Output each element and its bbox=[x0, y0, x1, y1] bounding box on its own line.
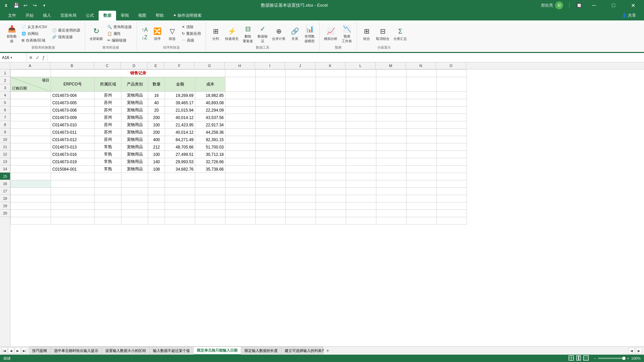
row-8[interactable]: 8 bbox=[0, 121, 10, 128]
cell-L12[interactable] bbox=[346, 158, 376, 166]
cell-I9[interactable] bbox=[256, 136, 286, 143]
cell-L9[interactable] bbox=[346, 136, 376, 143]
row-4[interactable]: 4 bbox=[0, 92, 10, 99]
row-9[interactable]: 9 bbox=[0, 128, 10, 136]
sheet-tab-date-only[interactable]: 限定单元格只能输入日期 bbox=[194, 347, 241, 355]
minimize-button[interactable]: ─ bbox=[586, 0, 602, 11]
cell-G8[interactable]: 44,258.36 bbox=[195, 129, 225, 136]
cell-H4[interactable] bbox=[225, 99, 256, 107]
sort-desc-button[interactable]: ↓Z bbox=[140, 34, 150, 41]
cell-I15[interactable] bbox=[256, 180, 286, 188]
cell-O8[interactable] bbox=[437, 129, 467, 136]
cell-G9[interactable]: 92,391.15 bbox=[195, 136, 225, 143]
cell-G15[interactable] bbox=[195, 180, 225, 188]
cell-E16[interactable] bbox=[148, 188, 165, 195]
cell-L1[interactable] bbox=[346, 70, 376, 77]
cell-N5[interactable] bbox=[407, 107, 437, 114]
sheet-nav-first[interactable]: |◀ bbox=[1, 348, 7, 354]
cell-D3[interactable]: 宠物用品 bbox=[121, 92, 148, 99]
cell-B13[interactable]: C015084-001 bbox=[51, 166, 95, 173]
cell-F9[interactable]: 84,271.49 bbox=[165, 136, 195, 143]
cell-A19[interactable] bbox=[11, 210, 51, 217]
cell-C8[interactable]: 苏州 bbox=[95, 129, 121, 136]
cell-B18[interactable] bbox=[51, 202, 95, 210]
cell-D15[interactable] bbox=[121, 180, 148, 188]
cell-J19[interactable] bbox=[286, 210, 316, 217]
cell-B4[interactable]: C014673-005 bbox=[51, 99, 95, 107]
cell-A12[interactable] bbox=[11, 158, 51, 166]
cell-F16[interactable] bbox=[165, 188, 195, 195]
cell-B19[interactable] bbox=[51, 210, 95, 217]
cell-J11[interactable] bbox=[286, 151, 316, 158]
cell-O1[interactable] bbox=[437, 70, 467, 77]
cell-G18[interactable] bbox=[195, 202, 225, 210]
cell-C16[interactable] bbox=[95, 188, 121, 195]
cell-A14[interactable] bbox=[11, 173, 51, 180]
cell-I4[interactable] bbox=[256, 99, 286, 107]
filter-button[interactable]: ▽ 筛选 bbox=[165, 25, 179, 42]
cell-C15[interactable] bbox=[95, 180, 121, 188]
cell-C19[interactable] bbox=[95, 210, 121, 217]
tab-data[interactable]: 数据 bbox=[99, 11, 116, 20]
cell-J14[interactable] bbox=[286, 173, 316, 180]
cell-C9[interactable]: 苏州 bbox=[95, 136, 121, 143]
cell-M3[interactable] bbox=[376, 92, 407, 99]
row-21[interactable]: 20 bbox=[0, 209, 10, 217]
flash-fill-button[interactable]: ⚡ 快速填充 bbox=[223, 25, 240, 42]
cell-L3[interactable] bbox=[346, 92, 376, 99]
cell-O6[interactable] bbox=[437, 114, 467, 121]
cell-K14[interactable] bbox=[316, 173, 346, 180]
tab-scroll-right[interactable]: ▶ bbox=[636, 348, 642, 354]
cell-K13[interactable] bbox=[316, 166, 346, 173]
row-17[interactable]: 16 bbox=[0, 180, 10, 187]
cell-A3[interactable] bbox=[11, 92, 51, 99]
cell-M9[interactable] bbox=[376, 136, 407, 143]
cell-L19[interactable] bbox=[346, 210, 376, 217]
sort-button[interactable]: 🔀 排序 bbox=[150, 25, 164, 42]
cell-C10[interactable]: 常熟 bbox=[95, 143, 121, 151]
cell-O15[interactable] bbox=[437, 180, 467, 188]
consolidate-button[interactable]: ⊕ 合并计算 bbox=[270, 25, 287, 42]
cell-H11[interactable] bbox=[225, 151, 256, 158]
cell-G4[interactable]: 40,893.08 bbox=[195, 99, 225, 107]
cell-H20[interactable] bbox=[225, 217, 256, 225]
cell-K1[interactable] bbox=[316, 70, 346, 77]
cell-M10[interactable] bbox=[376, 143, 407, 151]
cell-H16[interactable] bbox=[225, 188, 256, 195]
cell-D4[interactable]: 宠物用品 bbox=[121, 99, 148, 107]
cell-A18[interactable] bbox=[11, 202, 51, 210]
recent-source-button[interactable]: 🕐 最近使用的源 bbox=[50, 27, 82, 34]
cell-F5[interactable]: 21,015.94 bbox=[165, 107, 195, 114]
clear-button[interactable]: ✕ 清除 bbox=[180, 24, 203, 30]
from-text-button[interactable]: 📄 从文本/CSV bbox=[19, 24, 49, 30]
cell-M16[interactable] bbox=[376, 188, 407, 195]
cell-G13[interactable]: 35,738.66 bbox=[195, 166, 225, 173]
cell-H13[interactable] bbox=[225, 166, 256, 173]
cell-A7[interactable] bbox=[11, 121, 51, 129]
cell-K15[interactable] bbox=[316, 180, 346, 188]
cell-E13[interactable]: 108 bbox=[148, 166, 165, 173]
cell-N9[interactable] bbox=[407, 136, 437, 143]
cell-N8[interactable] bbox=[407, 129, 437, 136]
cell-B17[interactable] bbox=[51, 195, 95, 202]
cell-A2[interactable]: 项目 订购日期 bbox=[11, 77, 51, 92]
cell-G5[interactable]: 22,294.09 bbox=[195, 107, 225, 114]
cell-D17[interactable] bbox=[121, 195, 148, 202]
row-18[interactable]: 17 bbox=[0, 187, 10, 195]
sheet-tab-set-range[interactable]: 设置输入数据大小的区间 bbox=[102, 347, 150, 355]
cell-F11[interactable]: 27,499.51 bbox=[165, 151, 195, 158]
cell-I13[interactable] bbox=[256, 166, 286, 173]
col-header-D[interactable]: D bbox=[121, 62, 148, 69]
col-header-O[interactable]: O bbox=[436, 62, 466, 69]
cell-J4[interactable] bbox=[286, 99, 316, 107]
name-box[interactable]: A16 ▼ bbox=[0, 53, 27, 62]
cell-N3[interactable] bbox=[407, 92, 437, 99]
cell-I2[interactable] bbox=[256, 77, 286, 92]
sheet-tab-tips[interactable]: 技巧提纲 bbox=[29, 347, 51, 355]
edit-links-button[interactable]: ✏ 编辑链接 bbox=[105, 37, 134, 44]
cell-G11[interactable]: 30,712.18 bbox=[195, 151, 225, 158]
cell-I5[interactable] bbox=[256, 107, 286, 114]
cell-I20[interactable] bbox=[256, 217, 286, 225]
cell-I17[interactable] bbox=[256, 195, 286, 202]
cell-A13[interactable] bbox=[11, 166, 51, 173]
